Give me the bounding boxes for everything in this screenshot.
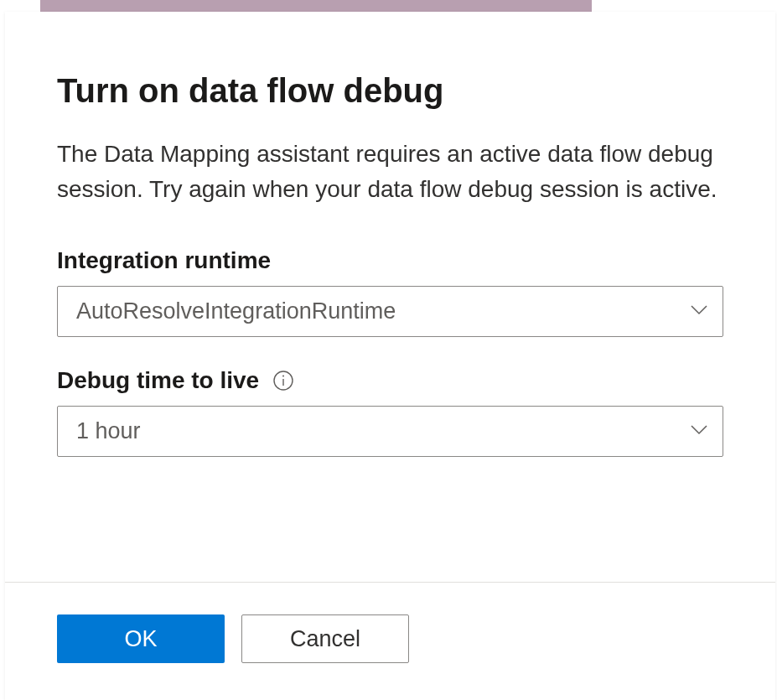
debug-ttl-label: Debug time to live bbox=[57, 367, 259, 394]
integration-runtime-value: AutoResolveIntegrationRuntime bbox=[76, 298, 396, 324]
debug-ttl-select-wrapper: 1 hour bbox=[57, 406, 723, 457]
integration-runtime-label: Integration runtime bbox=[57, 247, 271, 274]
integration-runtime-field: Integration runtime AutoResolveIntegrati… bbox=[57, 247, 723, 337]
ok-button[interactable]: OK bbox=[57, 614, 225, 663]
field-label-row: Integration runtime bbox=[57, 247, 723, 274]
dialog-content: Turn on data flow debug The Data Mapping… bbox=[5, 12, 775, 582]
svg-point-1 bbox=[282, 376, 284, 377]
dialog-footer: OK Cancel bbox=[5, 582, 775, 700]
integration-runtime-select-wrapper: AutoResolveIntegrationRuntime bbox=[57, 286, 723, 337]
dialog-title: Turn on data flow debug bbox=[57, 72, 723, 110]
debug-ttl-value: 1 hour bbox=[76, 418, 141, 444]
dialog-description: The Data Mapping assistant requires an a… bbox=[57, 137, 723, 207]
debug-ttl-select[interactable]: 1 hour bbox=[57, 406, 723, 457]
debug-ttl-field: Debug time to live 1 hour bbox=[57, 367, 723, 457]
info-icon[interactable] bbox=[272, 370, 294, 391]
debug-dialog: Turn on data flow debug The Data Mapping… bbox=[5, 12, 775, 700]
field-label-row: Debug time to live bbox=[57, 367, 723, 394]
progress-bar bbox=[40, 0, 592, 12]
integration-runtime-select[interactable]: AutoResolveIntegrationRuntime bbox=[57, 286, 723, 337]
cancel-button[interactable]: Cancel bbox=[241, 614, 409, 663]
